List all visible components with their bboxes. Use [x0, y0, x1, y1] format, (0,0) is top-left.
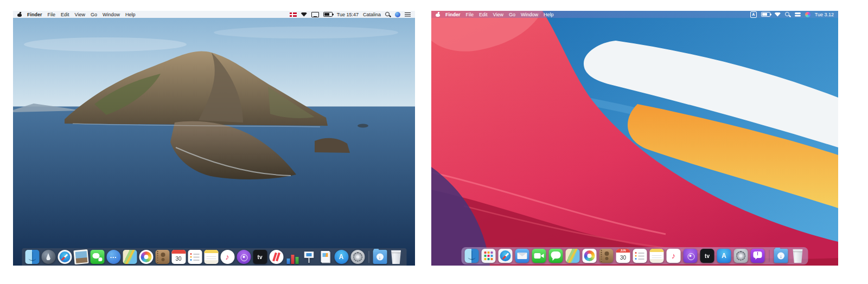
- app-store-dock-icon[interactable]: A: [334, 250, 348, 264]
- catalina-island-wallpaper: [13, 11, 415, 266]
- chat-dock-icon[interactable]: …: [106, 250, 120, 264]
- safari-dock-icon[interactable]: [58, 250, 72, 264]
- notification-center-icon[interactable]: [405, 12, 411, 17]
- feedback-assistant-glyph: !: [751, 249, 765, 263]
- menu-item-finder[interactable]: Finder: [445, 12, 461, 17]
- menu-item-help[interactable]: Help: [544, 12, 554, 17]
- reminders-dock-icon[interactable]: [633, 249, 647, 263]
- maps-dock-icon[interactable]: [566, 249, 580, 263]
- dock-separator: [368, 251, 369, 263]
- news-dock-icon[interactable]: [269, 250, 283, 264]
- reminders-dock-icon[interactable]: [188, 250, 202, 264]
- app-store-glyph: A: [717, 249, 731, 263]
- finder-dock-icon[interactable]: [465, 249, 479, 263]
- menu-item-go[interactable]: Go: [91, 12, 97, 17]
- downloads-dock-icon[interactable]: ↓: [373, 250, 387, 264]
- big-sur-status-area: ATue 3.12: [750, 11, 834, 18]
- spotlight-icon[interactable]: [785, 12, 790, 17]
- calendar-dock-icon[interactable]: JUN30: [616, 249, 630, 263]
- menu-item-window[interactable]: Window: [521, 12, 538, 17]
- photos-dock-icon[interactable]: [583, 249, 597, 263]
- notes-dock-icon[interactable]: [204, 250, 218, 264]
- menu-item-edit[interactable]: Edit: [61, 12, 69, 17]
- comparison-canvas: FinderFileEditViewGoWindowHelp Tue 15:47…: [0, 0, 868, 284]
- messages-dock-icon[interactable]: [549, 249, 563, 263]
- facetime-dock-icon[interactable]: [532, 249, 546, 263]
- keynote-dock-icon[interactable]: [302, 250, 316, 264]
- finder-dock-icon[interactable]: [25, 250, 39, 264]
- music-glyph: ♪: [667, 249, 681, 263]
- clock[interactable]: Tue 15:47: [337, 12, 359, 17]
- menu-item-view[interactable]: View: [75, 12, 85, 17]
- calendar-dock-icon[interactable]: 30: [171, 250, 186, 264]
- flag-denmark-icon[interactable]: [290, 12, 297, 17]
- big-sur-app-menus: FinderFileEditViewGoWindowHelp: [445, 12, 553, 17]
- apple-menu-icon[interactable]: [17, 12, 22, 17]
- launchpad-dock-icon[interactable]: [482, 249, 496, 263]
- menu-item-edit[interactable]: Edit: [479, 12, 488, 17]
- mail-dock-icon[interactable]: [515, 249, 529, 263]
- photo-print-dock-icon[interactable]: [73, 249, 88, 264]
- menu-item-file[interactable]: File: [48, 12, 56, 17]
- siri-icon[interactable]: [395, 12, 400, 17]
- feedback-assistant-dock-icon[interactable]: !: [751, 249, 765, 263]
- app-store-dock-icon[interactable]: A: [717, 249, 731, 263]
- tv-glyph: tv: [253, 250, 267, 264]
- big-sur-abstract-wallpaper: [431, 11, 838, 266]
- username[interactable]: Catalina: [363, 12, 381, 17]
- podcasts-dock-icon[interactable]: [684, 249, 698, 263]
- trash-dock-icon[interactable]: [389, 250, 403, 264]
- siri-icon[interactable]: [805, 12, 810, 17]
- menu-item-view[interactable]: View: [493, 12, 503, 17]
- menu-item-file[interactable]: File: [466, 12, 474, 17]
- system-preferences-dock-icon[interactable]: [350, 250, 365, 264]
- launchpad-dock-icon[interactable]: [41, 250, 55, 264]
- messages-legacy-dock-icon[interactable]: [90, 250, 104, 264]
- clock[interactable]: Tue 3.12: [815, 12, 834, 17]
- tv-dock-icon[interactable]: tv: [253, 250, 267, 264]
- big-sur-desktop: FinderFileEditViewGoWindowHelp ATue 3.12…: [431, 11, 838, 266]
- downloads-dock-icon[interactable]: ↓: [774, 249, 788, 263]
- catalina-status-area: Tue 15:47Catalina: [290, 12, 411, 17]
- trash-dock-icon[interactable]: [791, 249, 805, 263]
- battery-icon[interactable]: [761, 12, 770, 17]
- menu-item-window[interactable]: Window: [103, 12, 120, 17]
- tv-dock-icon[interactable]: tv: [700, 249, 714, 263]
- numbers-dock-icon[interactable]: [285, 250, 299, 264]
- calendar-glyph: 30: [616, 249, 630, 263]
- apple-menu-icon[interactable]: [436, 12, 440, 17]
- menu-item-finder[interactable]: Finder: [27, 12, 42, 17]
- downloads-glyph: ↓: [777, 253, 784, 260]
- catalina-app-menus: FinderFileEditViewGoWindowHelp: [27, 12, 135, 17]
- dock-separator: [769, 250, 770, 262]
- maps-dock-icon[interactable]: [123, 250, 137, 264]
- menu-item-help[interactable]: Help: [125, 12, 136, 17]
- input-source-icon[interactable]: A: [750, 11, 757, 18]
- notes-dock-icon[interactable]: [650, 249, 664, 263]
- downloads-glyph: ↓: [376, 254, 384, 261]
- app-store-glyph: A: [334, 250, 348, 264]
- screen-mirroring-icon[interactable]: [311, 12, 319, 17]
- podcasts-dock-icon[interactable]: [237, 250, 251, 264]
- wifi-icon[interactable]: [775, 12, 781, 17]
- safari-dock-icon[interactable]: [499, 249, 513, 263]
- catalina-menu-bar: FinderFileEditViewGoWindowHelp Tue 15:47…: [13, 11, 415, 18]
- system-preferences-dock-icon[interactable]: [734, 249, 748, 263]
- chat-glyph: …: [106, 250, 120, 264]
- catalina-dock: …30♪tvA↓: [22, 248, 406, 266]
- calendar-glyph: 30: [171, 250, 186, 264]
- menu-item-go[interactable]: Go: [509, 12, 515, 17]
- battery-icon[interactable]: [323, 12, 333, 17]
- big-sur-dock: JUN30♪tvA!↓: [462, 247, 808, 264]
- music-dock-icon[interactable]: ♪: [667, 249, 681, 263]
- control-center-icon[interactable]: [795, 12, 801, 17]
- contacts-dock-icon[interactable]: [599, 249, 614, 263]
- tv-glyph: tv: [700, 249, 714, 263]
- pages-dock-icon[interactable]: [318, 250, 332, 264]
- music-dock-icon[interactable]: ♪: [220, 250, 234, 264]
- spotlight-icon[interactable]: [385, 12, 391, 17]
- wifi-icon[interactable]: [301, 12, 307, 17]
- contacts-dock-icon[interactable]: [155, 250, 169, 264]
- big-sur-menu-bar: FinderFileEditViewGoWindowHelp ATue 3.12: [431, 11, 838, 18]
- photos-dock-icon[interactable]: [139, 250, 153, 264]
